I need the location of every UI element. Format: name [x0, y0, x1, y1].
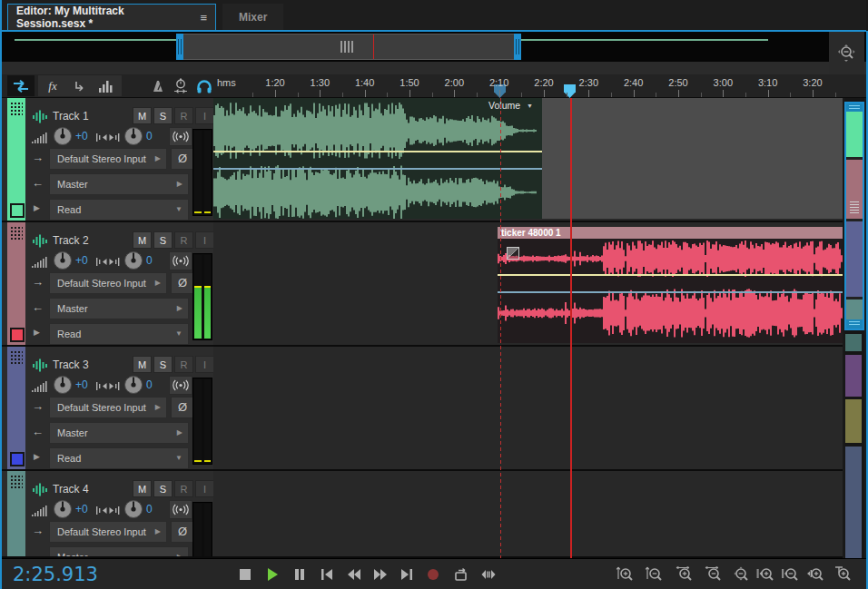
phase-invert-button[interactable]: Ø — [171, 272, 194, 294]
go-to-previous-button[interactable] — [315, 563, 339, 586]
volume-envelope-line[interactable] — [498, 274, 843, 276]
mute-button[interactable]: M — [133, 480, 152, 497]
volume-envelope-line[interactable] — [213, 151, 542, 152]
audio-clip-track2[interactable]: ticker 48000 1 — [498, 227, 843, 343]
record-button[interactable] — [421, 563, 445, 586]
record-arm-button[interactable]: R — [174, 107, 193, 124]
output-select[interactable]: Master▶ — [49, 298, 189, 319]
play-button[interactable] — [261, 563, 284, 586]
input-monitoring-button[interactable] — [169, 500, 192, 519]
zoom-to-out-point-button[interactable] — [778, 563, 803, 586]
pan-envelope-line[interactable] — [498, 291, 843, 293]
volume-knob[interactable] — [53, 126, 73, 146]
volume-value[interactable]: +0 — [75, 503, 88, 515]
pan-value[interactable]: 0 — [146, 254, 153, 267]
zoom-to-selection-button[interactable] — [804, 563, 828, 586]
solo-button[interactable]: S — [153, 107, 173, 124]
skip-selection-button[interactable] — [476, 563, 499, 586]
track-lane[interactable] — [213, 471, 843, 556]
vertical-navigator-bar[interactable] — [844, 98, 864, 558]
track-lane[interactable]: Volume▼ — [213, 98, 843, 221]
track-color-strip[interactable] — [7, 471, 25, 556]
audio-clip-track1[interactable]: Volume▼ — [213, 98, 542, 219]
phase-invert-button[interactable]: Ø — [171, 397, 194, 418]
navigator-grip-dots[interactable] — [850, 201, 859, 214]
solo-button[interactable]: S — [153, 356, 173, 373]
record-arm-button[interactable]: R — [174, 480, 193, 497]
output-select[interactable]: Master▶ — [49, 546, 189, 558]
track-select-box[interactable] — [10, 328, 25, 342]
pan-envelope-line[interactable] — [213, 168, 542, 170]
track-drag-grip[interactable] — [10, 350, 23, 365]
input-select[interactable]: Default Stereo Input▶ — [49, 148, 167, 170]
input-select[interactable]: Default Stereo Input▶ — [49, 272, 167, 294]
pan-knob[interactable] — [123, 375, 143, 395]
volume-knob[interactable] — [53, 250, 73, 270]
track-color-strip[interactable] — [7, 222, 25, 345]
track-select-box[interactable] — [10, 452, 25, 466]
track-color-strip[interactable] — [7, 98, 25, 221]
input-select[interactable]: Default Stereo Input▶ — [49, 521, 167, 543]
pan-knob[interactable] — [123, 250, 143, 270]
track-name[interactable]: Track 4 — [53, 483, 89, 496]
overview-zoom-navigator-button[interactable] — [829, 32, 864, 74]
mute-button[interactable]: M — [133, 231, 152, 249]
track-name[interactable]: Track 1 — [53, 110, 89, 123]
zoom-reset-button[interactable] — [728, 563, 753, 586]
track-name[interactable]: Track 2 — [53, 234, 89, 247]
volume-value[interactable]: +0 — [75, 254, 88, 267]
pause-button[interactable] — [288, 563, 311, 586]
automation-mode-select[interactable]: Read▼ — [49, 323, 189, 345]
input-select[interactable]: Default Stereo Input▶ — [49, 397, 167, 418]
navigator-thumb[interactable] — [844, 102, 864, 330]
fast-forward-button[interactable] — [369, 563, 392, 586]
navigator-bottom-grip[interactable] — [846, 319, 863, 329]
track-drag-grip[interactable] — [10, 102, 23, 116]
output-select[interactable]: Master▶ — [49, 173, 189, 195]
zoom-to-in-point-button[interactable] — [754, 563, 778, 586]
mute-button[interactable]: M — [133, 107, 152, 124]
automation-expand-icon[interactable]: ▶ — [34, 203, 40, 212]
input-monitoring-button[interactable] — [169, 376, 192, 395]
pan-value[interactable]: 0 — [146, 378, 153, 391]
output-select[interactable]: Master▶ — [49, 422, 189, 444]
monitor-input-button[interactable]: I — [195, 480, 214, 497]
monitor-input-button[interactable]: I — [195, 356, 214, 373]
mute-button[interactable]: M — [133, 356, 152, 373]
record-arm-button[interactable]: R — [174, 231, 193, 249]
pan-knob[interactable] — [123, 126, 143, 146]
monitor-input-button[interactable]: I — [195, 231, 214, 249]
volume-knob[interactable] — [53, 375, 73, 395]
input-monitoring-button[interactable] — [169, 251, 192, 270]
navigator-offscreen-track-segment[interactable] — [845, 334, 862, 351]
record-arm-button[interactable]: R — [174, 356, 193, 373]
navigator-track-segment[interactable] — [846, 221, 863, 297]
track-lane[interactable] — [213, 347, 843, 469]
pan-knob[interactable] — [123, 499, 143, 519]
navigator-track-segment[interactable] — [846, 299, 863, 321]
automation-mode-select[interactable]: Read▼ — [49, 199, 189, 221]
fade-in-handle[interactable] — [507, 247, 519, 260]
zoom-in-vertical-button[interactable] — [613, 563, 637, 586]
phase-invert-button[interactable]: Ø — [171, 521, 194, 543]
zoom-out-horizontal-button[interactable] — [701, 563, 725, 586]
volume-value[interactable]: +0 — [75, 378, 88, 391]
track-lane[interactable]: ticker 48000 1 — [213, 222, 843, 345]
loop-playback-button[interactable] — [449, 563, 473, 586]
go-to-next-button[interactable] — [395, 563, 419, 586]
automation-mode-select[interactable]: Read▼ — [49, 447, 189, 469]
solo-button[interactable]: S — [153, 231, 173, 249]
stop-button[interactable] — [233, 563, 257, 586]
zoom-in-horizontal-button[interactable] — [672, 563, 696, 586]
clip-envelope-selector[interactable]: Volume▼ — [488, 100, 533, 111]
rewind-button[interactable] — [342, 563, 366, 586]
zoom-full-button[interactable] — [831, 563, 855, 586]
pan-value[interactable]: 0 — [146, 503, 153, 515]
volume-value[interactable]: +0 — [75, 130, 88, 142]
track-drag-grip[interactable] — [10, 226, 23, 241]
monitor-input-button[interactable]: I — [195, 107, 214, 124]
navigator-offscreen-track-segment[interactable] — [845, 399, 862, 443]
navigator-track-segment[interactable] — [846, 112, 863, 157]
phase-invert-button[interactable]: Ø — [171, 148, 194, 170]
track-drag-grip[interactable] — [10, 475, 23, 489]
